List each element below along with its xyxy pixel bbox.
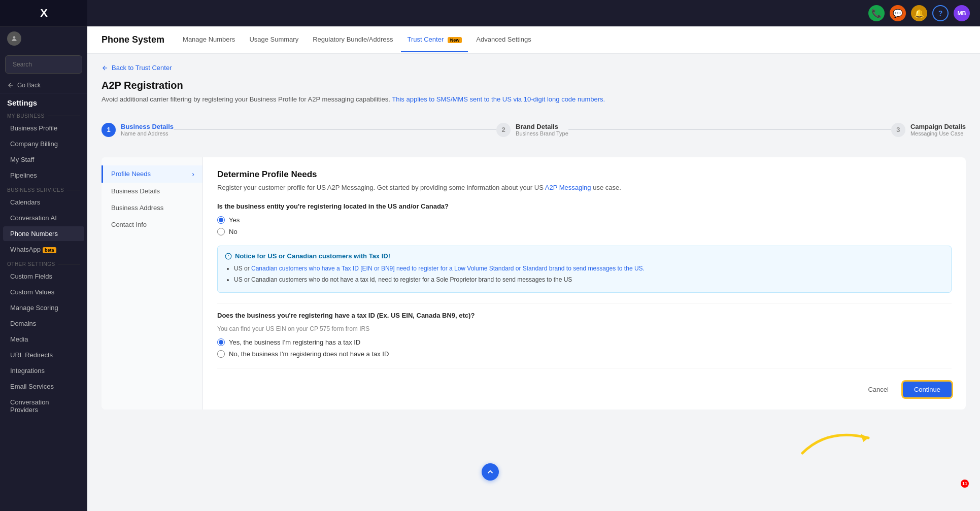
user-avatar	[7, 31, 21, 46]
beta-badge: beta	[43, 247, 56, 253]
chevron-up-icon	[486, 467, 495, 476]
tab-advanced-settings[interactable]: Advanced Settings	[470, 27, 537, 52]
step-connector-2	[568, 129, 891, 130]
steps-bar: 1 Business Details Name and Address 2 Br…	[102, 115, 966, 145]
q1-no-option[interactable]: No	[217, 228, 952, 235]
notice-box: Notice for US or Canadian customers with…	[217, 246, 952, 293]
sidebar-item-email-services[interactable]: Email Services	[3, 379, 84, 394]
user-menu-button[interactable]: MB	[954, 5, 970, 21]
sidebar-item-custom-values[interactable]: Custom Values	[3, 285, 84, 299]
sidebar-item-conversation-ai[interactable]: Conversation AI	[3, 211, 84, 225]
sidebar-item-my-staff[interactable]: My Staff	[3, 152, 84, 167]
footer-divider	[217, 368, 952, 368]
left-panel-business-address[interactable]: Business Address	[102, 199, 202, 216]
chat-icon-button[interactable]: 💬	[890, 5, 906, 21]
continue-button[interactable]: Continue	[903, 382, 952, 397]
logo: X	[40, 7, 47, 20]
step-1-circle: 1	[102, 123, 116, 137]
help-icon-button[interactable]: ?	[932, 5, 949, 21]
q2-yes-option[interactable]: Yes, the business I'm registering has a …	[217, 338, 952, 346]
bell-icon-button[interactable]: 🔔	[911, 5, 927, 21]
a2p-desc: Avoid additional carrier filtering by re…	[102, 94, 966, 105]
question2-sub: You can find your US EIN on your CP 575 …	[217, 325, 952, 332]
cancel-button[interactable]: Cancel	[859, 382, 897, 397]
search-input[interactable]	[13, 61, 87, 68]
info-icon	[225, 253, 232, 260]
logo-area: X	[0, 0, 87, 26]
sidebar: X ctrl X Go Back Settings MY BUSINESS Bu…	[0, 0, 87, 511]
step-2-circle: 2	[496, 123, 511, 137]
divider	[217, 303, 952, 303]
phone-icon-button[interactable]: 📞	[868, 5, 885, 21]
q2-yes-radio[interactable]	[217, 338, 225, 346]
form-card: Profile Needs › Business Details Busines…	[102, 157, 966, 410]
main-area: 📞 💬 🔔 ? MB Phone System Manage Numbers U…	[87, 0, 980, 511]
notice-item-1: US or Canadian customers who do not have…	[234, 275, 944, 284]
step-2-info: Brand Details Business Brand Type	[516, 123, 568, 137]
sidebar-item-conversation-providers[interactable]: Conversation Providers	[3, 395, 84, 417]
q1-yes-option[interactable]: Yes	[217, 216, 952, 224]
a2p-title: A2P Registration	[102, 80, 966, 91]
back-arrow-icon	[102, 64, 109, 72]
content-area: Phone System Manage Numbers Usage Summar…	[87, 26, 980, 511]
step-3-info: Campaign Details Messaging Use Case	[910, 123, 966, 137]
q1-yes-radio[interactable]	[217, 216, 225, 224]
step-1: 1 Business Details Name and Address	[102, 123, 174, 137]
page-title: Phone System	[102, 26, 164, 53]
tab-regulatory-bundle[interactable]: Regulatory Bundle/Address	[307, 27, 399, 52]
step-3-circle: 3	[891, 123, 905, 137]
user-area	[0, 26, 87, 51]
content-wrapper: Back to Trust Center A2P Registration Av…	[87, 54, 980, 420]
notice-list: US or Canadian customers who have a Tax …	[225, 264, 944, 284]
scroll-to-top-button[interactable]	[482, 463, 499, 481]
step-3: 3 Campaign Details Messaging Use Case	[891, 123, 966, 137]
tab-trust-center[interactable]: Trust Center New	[401, 27, 468, 52]
sidebar-item-custom-fields[interactable]: Custom Fields	[3, 269, 84, 284]
section-label-my-business: MY BUSINESS	[0, 109, 87, 120]
settings-title: Settings	[0, 93, 87, 109]
right-panel: Determine Profile Needs Register your cu…	[203, 157, 966, 410]
notice-title: Notice for US or Canadian customers with…	[225, 252, 944, 260]
left-panel-business-details[interactable]: Business Details	[102, 183, 202, 199]
header-nav: Manage Numbers Usage Summary Regulatory …	[177, 27, 537, 52]
question1-options: Yes No	[217, 216, 952, 235]
sidebar-item-domains[interactable]: Domains	[3, 316, 84, 331]
question2-label: Does the business you're registering hav…	[217, 312, 952, 319]
back-to-trust-center[interactable]: Back to Trust Center	[102, 64, 966, 72]
search-box[interactable]: ctrl X	[5, 55, 82, 74]
sidebar-item-phone-numbers[interactable]: Phone Numbers	[3, 226, 84, 241]
chevron-right-icon: ›	[192, 170, 194, 178]
tab-usage-summary[interactable]: Usage Summary	[243, 27, 305, 52]
step-2: 2 Brand Details Business Brand Type	[496, 123, 568, 137]
arrow-left-icon	[7, 82, 14, 89]
left-panel-contact-info[interactable]: Contact Info	[102, 216, 202, 233]
topbar: 📞 💬 🔔 ? MB	[87, 0, 980, 26]
notice-item-0: US or Canadian customers who have a Tax …	[234, 264, 944, 273]
q2-no-option[interactable]: No, the business I'm registering does no…	[217, 350, 952, 358]
go-back-button[interactable]: Go Back	[0, 78, 87, 93]
tab-manage-numbers[interactable]: Manage Numbers	[177, 27, 241, 52]
sidebar-item-integrations[interactable]: Integrations	[3, 363, 84, 378]
left-panel-profile-needs[interactable]: Profile Needs ›	[102, 165, 202, 183]
section-label-business-services: BUSINESS SERVICES	[0, 183, 87, 194]
sidebar-item-url-redirects[interactable]: URL Redirects	[3, 348, 84, 362]
form-section-desc: Register your customer profile for US A2…	[217, 183, 952, 193]
svg-point-0	[13, 36, 16, 39]
question1-label: Is the business entity you're registerin…	[217, 202, 952, 210]
sidebar-item-pipelines[interactable]: Pipelines	[3, 168, 84, 183]
page-header: Phone System Manage Numbers Usage Summar…	[87, 26, 980, 54]
left-panel: Profile Needs › Business Details Busines…	[102, 157, 203, 410]
q1-no-radio[interactable]	[217, 228, 225, 235]
sidebar-item-calendars[interactable]: Calendars	[3, 195, 84, 210]
form-section-title: Determine Profile Needs	[217, 169, 952, 180]
question2-options: Yes, the business I'm registering has a …	[217, 338, 952, 358]
sidebar-item-business-profile[interactable]: Business Profile	[3, 121, 84, 135]
sidebar-item-company-billing[interactable]: Company Billing	[3, 137, 84, 151]
sidebar-item-manage-scoring[interactable]: Manage Scoring	[3, 300, 84, 315]
notification-count: 11	[961, 480, 969, 488]
sidebar-item-media[interactable]: Media	[3, 332, 84, 347]
step-1-info: Business Details Name and Address	[121, 123, 174, 137]
new-badge: New	[448, 37, 462, 43]
sidebar-item-whatsapp[interactable]: WhatsAppbeta	[3, 242, 84, 257]
q2-no-radio[interactable]	[217, 350, 225, 358]
